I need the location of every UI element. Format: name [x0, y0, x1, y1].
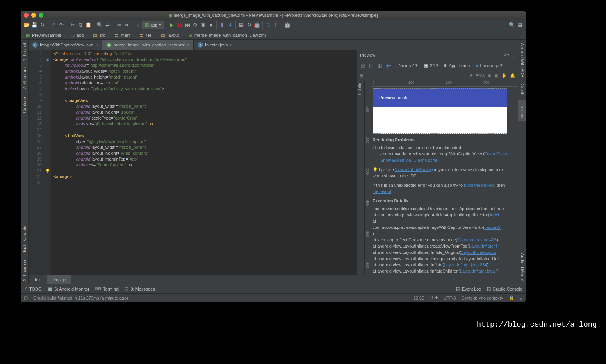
monitor-icon[interactable]: 🤖	[253, 21, 260, 29]
tab-design[interactable]: Design	[47, 275, 71, 284]
right-tool-strip: Android WiFi ADB Gradle Preview Android …	[518, 40, 526, 284]
gutter-icons: ◉ 💡	[44, 50, 51, 275]
redo-icon[interactable]: ↷	[58, 21, 65, 29]
tab-todo[interactable]: ✓TODO	[24, 286, 42, 291]
cut-icon[interactable]: ✂	[69, 21, 76, 29]
stop-icon[interactable]: ▣	[200, 21, 207, 29]
lock-icon[interactable]: 🔒	[509, 295, 514, 300]
open-icon[interactable]: 📂	[23, 21, 30, 29]
editor-tab-2[interactable]: IInjector.java×	[194, 40, 237, 50]
run-icon[interactable]: ▶	[168, 21, 175, 29]
tab-captures[interactable]: Captures	[21, 93, 28, 116]
ruler-vertical: 100 200 300 400 500 600	[365, 87, 371, 275]
tab-wifi-adb[interactable]: Android WiFi ADB	[518, 40, 526, 80]
tab-text[interactable]: Text	[29, 275, 47, 284]
open-class-link[interactable]: Open Class	[485, 152, 507, 156]
maximize-icon[interactable]	[39, 13, 43, 18]
pan-icon[interactable]: ✋	[501, 73, 507, 78]
bulb-gutter-icon[interactable]: 💡	[44, 168, 51, 174]
crumb-app[interactable]: ▢app	[69, 32, 85, 38]
isineditmode-link[interactable]: View.isInEditMode()	[395, 167, 433, 172]
paste-icon[interactable]: 📋	[85, 21, 92, 29]
run-config-select[interactable]: ▦app▾	[142, 21, 164, 29]
crumb-layout[interactable]: 🗀layout	[159, 32, 180, 38]
code-content[interactable]: <?xml version="1.0" encoding="utf-8"?> <…	[51, 50, 356, 275]
search-icon[interactable]: 🔍	[508, 21, 515, 29]
tab-gradle-console[interactable]: ▤Gradle Console	[487, 286, 522, 291]
tab-preview[interactable]: Preview	[518, 100, 526, 121]
inspector-icon[interactable]: ⏚	[520, 296, 522, 300]
window-icon[interactable]: ▢	[24, 295, 28, 300]
crumb-main[interactable]: 🗀main	[113, 32, 132, 38]
tab-terminal[interactable]: ⌨Terminal	[95, 286, 119, 291]
crumb-file[interactable]: ▦merge_image_with_caption_view.xml	[186, 32, 267, 38]
copy-icon[interactable]: ⧉	[77, 21, 84, 29]
help-icon[interactable]: ?	[265, 21, 272, 29]
api-select[interactable]: 🤖24▾	[422, 62, 440, 69]
debug-icon[interactable]: 🐞	[176, 21, 183, 29]
forward-icon[interactable]: ⇨	[123, 21, 130, 29]
context[interactable]: Context: <no context>	[461, 296, 503, 300]
stop2-icon[interactable]: ■	[207, 21, 214, 29]
preview-canvas[interactable]: 0 100 200 300 100 200 300 400 500	[365, 80, 518, 275]
xml-editor[interactable]: 12345 678910 1112131415 1617181920 21222…	[29, 50, 356, 275]
structure-icon[interactable]: ▤	[238, 21, 245, 29]
crumb-project[interactable]: ▦Previewsample	[24, 32, 62, 38]
gear-icon[interactable]: ⚙▾	[503, 52, 510, 57]
refresh-layout-link[interactable]: the layout	[373, 189, 391, 194]
pal1-icon[interactable]: ▦	[359, 73, 363, 78]
sdk-icon[interactable]: ⬇	[226, 21, 233, 29]
merge-gutter-icon[interactable]: ◉	[44, 57, 51, 62]
line-gutter: 12345 678910 1112131415 1617181920 21222…	[29, 50, 44, 275]
undo-icon[interactable]: ↶	[50, 21, 57, 29]
tab-favorites[interactable]: 2: Favorites	[21, 255, 28, 284]
settings-icon[interactable]: ▤	[516, 21, 523, 29]
build-icon[interactable]: ⤵	[134, 21, 141, 29]
tab-android-model[interactable]: Android Model	[518, 250, 526, 284]
crumb-src[interactable]: 🗀src	[91, 32, 107, 38]
bell-icon[interactable]: 🔔	[510, 73, 515, 78]
zoom-out-icon[interactable]: ⊖	[469, 73, 473, 78]
clear-cache-link[interactable]: Clear Cache	[414, 158, 437, 162]
save-icon[interactable]: 💾	[31, 21, 38, 29]
editor-tab-1[interactable]: ≡merge_image_with_caption_view.xml×	[102, 40, 194, 50]
orientation-icon[interactable]: ◈▾	[385, 62, 391, 69]
layout3-icon[interactable]: ▥	[376, 62, 383, 69]
layout1-icon[interactable]: ▦	[359, 62, 365, 69]
fit-icon[interactable]: ▣	[494, 73, 498, 78]
android-icon[interactable]: 🤖	[284, 21, 291, 29]
device-select[interactable]: ▯Nexus 4▾	[394, 62, 419, 69]
avd-icon[interactable]: ▮	[219, 21, 226, 29]
tab-event-log[interactable]: ▤Event Log	[456, 286, 481, 291]
sync2-icon[interactable]: ↻	[246, 21, 253, 29]
phone-icon[interactable]: ▯	[273, 21, 280, 29]
replace-icon[interactable]: ⇄	[104, 21, 111, 29]
tab-palette[interactable]: Palette	[357, 80, 363, 97]
tab-structure[interactable]: 7: Structure	[21, 64, 28, 93]
profile-icon[interactable]: ⏭	[184, 21, 191, 29]
build-project-link[interactable]: build the project	[464, 183, 494, 187]
tab-android-monitor[interactable]: 🤖6: Android Monitor	[47, 286, 89, 291]
theme-select[interactable]: ◐AppTheme	[442, 62, 472, 69]
lang-select[interactable]: ⊕Language▾	[474, 62, 504, 69]
sync-icon[interactable]: ↻	[39, 21, 46, 29]
line-separator[interactable]: LF≑	[430, 295, 438, 300]
crumb-res[interactable]: 🗀res	[137, 32, 153, 38]
hide-icon[interactable]: ⎯	[512, 53, 515, 57]
tab-build-variants[interactable]: Build Variants	[21, 223, 28, 255]
zoom-in-icon[interactable]: ⊕	[488, 73, 491, 78]
find-icon[interactable]: 🔍	[96, 21, 103, 29]
minimize-icon[interactable]	[31, 13, 36, 18]
back-icon[interactable]: ⇦	[115, 21, 122, 29]
editor-tab-0[interactable]: CImageWithCaptionView.java×	[29, 40, 102, 50]
tab-project[interactable]: 1: Project	[21, 40, 28, 64]
editor-tabbar: CImageWithCaptionView.java× ≡merge_image…	[29, 40, 518, 50]
attach-icon[interactable]: ⚙	[192, 21, 199, 29]
layout2-icon[interactable]: ▤	[368, 62, 374, 69]
encoding[interactable]: UTF-8	[444, 296, 456, 300]
pal2-icon[interactable]: ≡	[366, 73, 369, 78]
tab-messages[interactable]: ▤0: Messages	[125, 286, 155, 291]
show-exception-link[interactable]: Show Exception	[380, 158, 411, 162]
close-icon[interactable]	[24, 13, 29, 18]
tab-gradle[interactable]: Gradle	[518, 80, 526, 100]
